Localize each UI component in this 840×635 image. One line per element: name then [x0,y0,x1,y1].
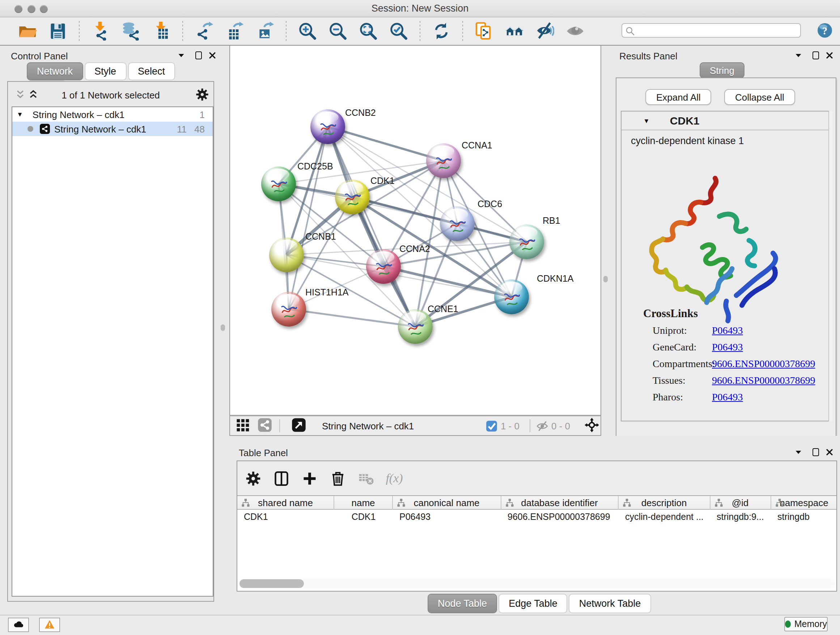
gene-card-cdk1: ▼ CDK1 cyclin-dependent kinase 1 [621,111,829,421]
copy-view-icon[interactable] [472,20,496,42]
export-network-icon[interactable] [192,20,216,42]
tab-edge-table[interactable]: Edge Table [499,594,568,613]
cell-database-identifier[interactable]: 9606.ENSP00000378699 [501,510,619,524]
search-input[interactable] [638,24,797,37]
network-node-cdk1[interactable] [335,180,370,214]
panel-close-icon[interactable] [825,448,834,457]
export-table-icon[interactable] [222,20,247,42]
network-canvas[interactable]: CCNB2CCNA1CDC25BCDK1CDC6RB1CCNB1CCNA2CDK… [229,46,601,416]
network-node-ccna2[interactable] [366,249,401,284]
table-horizontal-scrollbar[interactable] [239,578,835,589]
network-collection-row[interactable]: ▼ String Network – cdk1 1 [12,107,213,122]
save-session-icon[interactable] [46,20,70,42]
grid-view-icon[interactable] [236,418,252,434]
tab-node-table[interactable]: Node Table [428,594,497,613]
tab-string[interactable]: String [699,62,745,78]
node-label-ccna2: CCNA2 [399,244,430,254]
zoom-in-icon[interactable] [295,20,320,42]
panel-float-icon[interactable] [194,51,203,60]
left-splitter-handle[interactable] [221,325,225,331]
tab-network-table[interactable]: Network Table [569,594,651,613]
network-node-cdc25b[interactable] [261,166,296,201]
warning-icon[interactable] [39,617,60,632]
gene-expander-icon[interactable]: ▼ [643,117,650,124]
zoom-selected-icon[interactable] [386,20,411,42]
expand-all-button[interactable]: Expand All [645,89,712,105]
birds-eye-crosshair-icon[interactable] [584,418,600,434]
panel-collapse-icon[interactable] [794,51,803,60]
open-in-new-window-icon[interactable] [292,418,308,434]
network-node-ccne1[interactable] [398,309,433,344]
cell-description[interactable]: cyclin-dependent ... [619,510,710,524]
svg-text:?: ? [822,25,827,36]
crosslink-link[interactable]: P06493 [712,342,743,353]
network-node-cdc6[interactable] [440,206,475,241]
import-network-from-database-icon[interactable] [118,20,143,42]
collection-expander-icon[interactable]: ▼ [17,111,23,118]
panel-float-icon[interactable] [811,51,821,60]
fit-content-icon[interactable] [356,20,381,42]
cell-@id[interactable]: stringdb:9... [710,510,771,524]
open-session-icon[interactable] [15,20,40,42]
selected-checkbox-icon[interactable] [485,420,498,432]
column-header-canonical-name[interactable]: canonical name [393,496,501,510]
node-table[interactable]: shared namenamecanonical namedatabase id… [237,495,836,591]
network-node-ccnb1[interactable] [269,238,304,272]
import-network-from-file-icon[interactable] [88,20,113,42]
table-settings-gear-icon[interactable] [243,469,264,488]
cell-namespace[interactable]: stringdb [771,510,836,524]
first-neighbors-icon[interactable] [502,20,527,42]
column-header-name[interactable]: name [334,496,393,510]
cloud-icon[interactable] [8,617,29,632]
column-header-shared-name[interactable]: shared name [237,496,334,510]
zoom-out-icon[interactable] [325,20,350,42]
panel-float-icon[interactable] [811,448,821,457]
tab-select[interactable]: Select [128,62,175,80]
export-image-icon[interactable] [253,20,277,42]
panel-collapse-icon[interactable] [794,448,803,457]
hide-selected-icon[interactable] [532,20,557,42]
add-column-icon[interactable] [300,469,320,488]
scrollbar-thumb[interactable] [240,579,304,588]
refresh-view-icon[interactable] [429,20,454,42]
delete-column-icon[interactable] [328,469,348,488]
import-table-from-file-icon[interactable] [149,20,174,42]
column-header-namespace[interactable]: namespace [771,496,836,510]
results-scrollbar[interactable] [829,111,833,421]
crosslink-link[interactable]: P06493 [712,325,743,337]
show-columns-icon[interactable] [271,469,292,488]
cell-shared-name[interactable]: CDK1 [237,510,334,524]
show-all-icon[interactable] [563,20,587,42]
help-icon[interactable]: ? [817,22,833,38]
tab-network[interactable]: Network [27,62,83,80]
search-box[interactable] [622,23,801,38]
cell-name[interactable]: CDK1 [334,510,393,524]
network-node-ccnb2[interactable] [310,109,345,144]
memory-button[interactable]: Memory [784,616,828,631]
column-header-@id[interactable]: @id [710,496,771,510]
network-edge-count: 48 [194,124,205,134]
crosslink-link[interactable]: P06493 [712,392,743,403]
network-row-selected[interactable]: String Network – cdk1 11 48 [12,122,213,136]
network-node-cdkn1a[interactable] [494,279,529,314]
right-splitter-handle[interactable] [603,276,608,282]
column-header-database-identifier[interactable]: database identifier [501,496,619,510]
network-node-hist1h1a[interactable] [271,292,306,326]
node-label-ccnb1: CCNB1 [305,232,336,242]
network-options-gear-icon[interactable] [195,88,209,101]
panel-collapse-icon[interactable] [177,51,186,60]
tab-style[interactable]: Style [84,62,126,80]
cell-canonical-name[interactable]: P06493 [393,510,501,524]
network-node-rb1[interactable] [509,225,544,259]
crosslink-link[interactable]: 9606.ENSP00000378699 [712,358,815,370]
panel-close-icon[interactable] [208,51,217,60]
column-header-description[interactable]: description [619,496,710,510]
collapse-all-button[interactable]: Collapse All [724,89,795,105]
memory-label: Memory [794,619,827,629]
panel-close-icon[interactable] [825,51,834,60]
crosslink-link[interactable]: 9606.ENSP00000378699 [712,375,815,386]
results-panel: Results Panel String Expand All Collapse… [611,46,840,436]
network-badge-icon[interactable] [257,418,273,434]
toolbar-separator [420,21,420,41]
network-node-ccna1[interactable] [426,143,461,178]
